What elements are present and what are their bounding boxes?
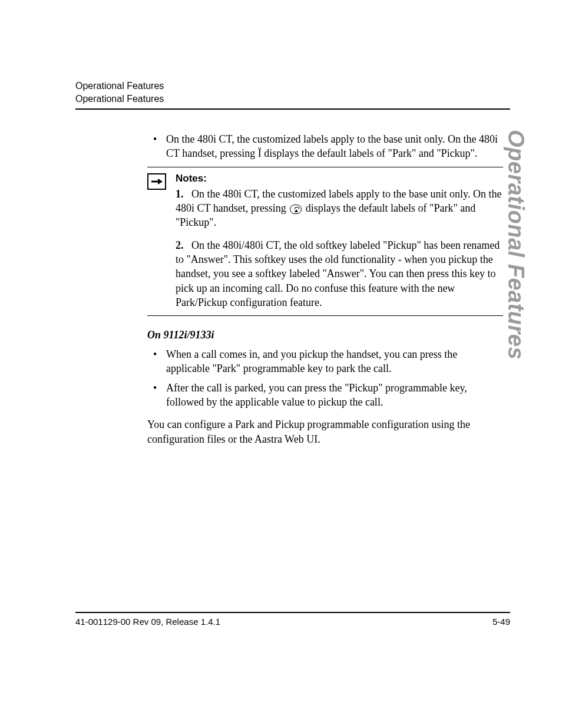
bullet-text: After the call is parked, you can press … (166, 382, 467, 408)
list-item: When a call comes in, and you pickup the… (147, 347, 503, 376)
subsection-heading: On 9112i/9133i (147, 329, 503, 341)
document-page: Operational Features Operational Feature… (0, 0, 562, 728)
header-rule (75, 108, 510, 110)
header-line-2: Operational Features (75, 93, 510, 106)
notes-heading: Notes: (176, 172, 503, 186)
page-footer: 41-001129-00 Rev 09, Release 1.4.1 5-49 (75, 612, 510, 627)
arrow-right-icon (147, 173, 166, 190)
note-item-2: 2. On the 480i/480i CT, the old softkey … (176, 238, 503, 309)
running-header: Operational Features Operational Feature… (75, 80, 510, 105)
list-item: After the call is parked, you can press … (147, 381, 503, 410)
bullet-text: On the 480i CT, the customized labels ap… (166, 133, 498, 159)
footer-page-number: 5-49 (492, 617, 510, 627)
handset-key-icon (290, 205, 302, 214)
footer-rule (75, 612, 510, 613)
list-item: On the 480i CT, the customized labels ap… (147, 132, 503, 161)
side-tab-label: Operational Features (503, 130, 528, 360)
footer-doc-id: 41-001129-00 Rev 09, Release 1.4.1 (75, 617, 220, 627)
note-number: 2. (176, 239, 184, 251)
note-item-1: 1. On the 480i CT, the customized labels… (176, 187, 503, 230)
note-number: 1. (176, 188, 184, 200)
svg-marker-1 (158, 179, 163, 185)
top-bullet-list: On the 480i CT, the customized labels ap… (147, 132, 503, 161)
body-content: On the 480i CT, the customized labels ap… (147, 132, 510, 446)
header-line-1: Operational Features (75, 80, 510, 93)
bullet-text: When a call comes in, and you pickup the… (166, 348, 457, 374)
notes-box: Notes: 1. On the 480i CT, the customized… (147, 167, 503, 316)
note-text: On the 480i/480i CT, the old softkey lab… (176, 239, 500, 308)
sub-bullet-list: When a call comes in, and you pickup the… (147, 347, 503, 409)
closing-paragraph: You can configure a Park and Pickup prog… (147, 417, 503, 446)
